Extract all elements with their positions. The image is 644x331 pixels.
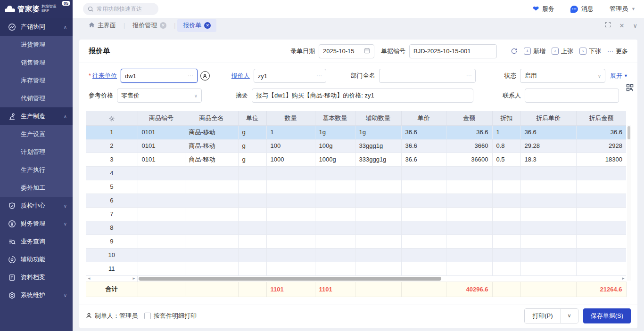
print-by-kit-option[interactable]: 按套件明细打印 (144, 312, 197, 320)
cell[interactable]: 4 (86, 166, 138, 180)
cell[interactable] (520, 166, 576, 180)
cell[interactable] (401, 194, 446, 207)
cell[interactable] (520, 262, 576, 275)
cell[interactable] (355, 194, 401, 207)
cell[interactable]: 0.8 (492, 139, 520, 153)
cell[interactable] (238, 248, 266, 262)
cell[interactable] (138, 180, 185, 194)
cell[interactable] (446, 207, 492, 221)
contact-input[interactable] (529, 92, 615, 99)
doc-no-field[interactable] (409, 44, 497, 58)
cell[interactable] (520, 194, 576, 207)
cell[interactable] (520, 221, 576, 234)
user-menu[interactable]: 管理员 ▼ (610, 5, 636, 13)
cell[interactable]: 36.6 (401, 125, 446, 139)
scrollbar-thumb[interactable] (139, 277, 441, 281)
table-row[interactable]: 6 (86, 194, 626, 207)
sidebar-item-production-exec[interactable]: 生产执行 (0, 161, 73, 179)
cell[interactable] (266, 166, 315, 180)
cell[interactable] (185, 166, 238, 180)
summary-field[interactable] (252, 89, 473, 103)
cell[interactable] (446, 234, 492, 248)
tab-quote-form[interactable]: 报价单 ✕ (177, 19, 216, 32)
sidebar-item-production[interactable]: 生产制造 ∧ (0, 107, 73, 125)
cell[interactable] (315, 234, 355, 248)
cell[interactable]: 36.6 (401, 139, 446, 153)
cell[interactable] (266, 262, 315, 275)
cell[interactable] (138, 248, 185, 262)
tab-home[interactable]: 主界面 (83, 19, 122, 32)
print-dropdown-button[interactable]: ∨ (561, 309, 578, 323)
cell[interactable] (401, 180, 446, 194)
cell[interactable] (520, 207, 576, 221)
cell[interactable]: 36.6 (401, 153, 446, 166)
table-row[interactable]: 7 (86, 207, 626, 221)
cell[interactable]: g (238, 125, 266, 139)
sidebar-item-system-maintenance[interactable]: 系统维护 ∨ (0, 286, 73, 304)
cell[interactable] (492, 166, 520, 180)
cell[interactable] (446, 262, 492, 275)
cell[interactable] (401, 221, 446, 234)
cell[interactable] (185, 248, 238, 262)
customer-field[interactable]: ⋯ (121, 69, 198, 83)
doc-no-input[interactable] (413, 48, 493, 55)
cell[interactable] (138, 194, 185, 207)
table-row[interactable]: 10101商品-移动g11g1g36.636.6136.636.6 (86, 125, 626, 139)
cell[interactable] (492, 234, 520, 248)
sidebar-item-qc-center[interactable]: 质检中心 ∨ (0, 197, 73, 215)
refresh-button[interactable] (511, 48, 518, 55)
table-row[interactable]: 8 (86, 221, 626, 234)
ellipsis-icon[interactable]: ⋯ (466, 73, 471, 79)
scroll-left-icon[interactable]: ◄ (87, 276, 91, 281)
cell[interactable] (315, 262, 355, 275)
cell[interactable] (266, 221, 315, 234)
cell[interactable]: 1 (86, 125, 138, 139)
quick-search[interactable] (83, 3, 158, 15)
sidebar-item-sales-mgmt[interactable]: 销售管理 (0, 54, 73, 72)
prev-doc-button[interactable]: ‹ 上张 (552, 47, 573, 56)
cell[interactable] (355, 180, 401, 194)
cell[interactable]: 2 (86, 139, 138, 153)
record-date-input[interactable] (323, 48, 362, 55)
cell[interactable] (576, 166, 626, 180)
expand-toggle[interactable]: 展开▼ (610, 72, 628, 80)
table-row[interactable]: 20101商品-移动g100100g33ggg1g36.636600.829.2… (86, 139, 626, 153)
cell[interactable] (355, 262, 401, 275)
search-input[interactable] (97, 6, 154, 12)
qr-code-icon[interactable] (626, 84, 634, 93)
cell[interactable] (266, 248, 315, 262)
sidebar-item-inventory-mgmt[interactable]: 库存管理 (0, 72, 73, 89)
cell[interactable]: 1000 (266, 153, 315, 166)
status-select[interactable]: 启用 ∨ (520, 69, 605, 83)
vertical-scrollbar[interactable] (627, 125, 631, 281)
calendar-icon[interactable] (364, 48, 370, 55)
cell[interactable] (520, 248, 576, 262)
cell[interactable] (238, 166, 266, 180)
scrollbar-thumb[interactable] (627, 126, 630, 139)
cell[interactable] (492, 207, 520, 221)
cell[interactable]: 1 (492, 125, 520, 139)
quoter-field[interactable]: ⋯ (254, 69, 326, 83)
cell[interactable] (492, 194, 520, 207)
cell[interactable] (185, 194, 238, 207)
cell[interactable] (185, 234, 238, 248)
next-doc-button[interactable]: › 下张 (579, 47, 601, 56)
cell[interactable] (492, 248, 520, 262)
cell[interactable] (446, 248, 492, 262)
cell[interactable] (266, 234, 315, 248)
sidebar-item-finance-mgmt[interactable]: 财务管理 ∨ (0, 215, 73, 233)
cell[interactable]: 33ggg1g (355, 139, 401, 153)
cell[interactable] (238, 262, 266, 275)
cell[interactable]: 0.5 (492, 153, 520, 166)
cell[interactable]: 36.6 (576, 125, 626, 139)
scrollbar-track[interactable]: ► (138, 276, 626, 282)
cell[interactable] (138, 207, 185, 221)
quoter-label[interactable]: 报价人 (231, 72, 250, 80)
cell[interactable] (446, 194, 492, 207)
cell[interactable] (315, 180, 355, 194)
cell[interactable] (520, 180, 576, 194)
cell[interactable] (315, 194, 355, 207)
column-settings-button[interactable] (86, 111, 138, 125)
cell[interactable] (238, 194, 266, 207)
cell[interactable] (576, 248, 626, 262)
